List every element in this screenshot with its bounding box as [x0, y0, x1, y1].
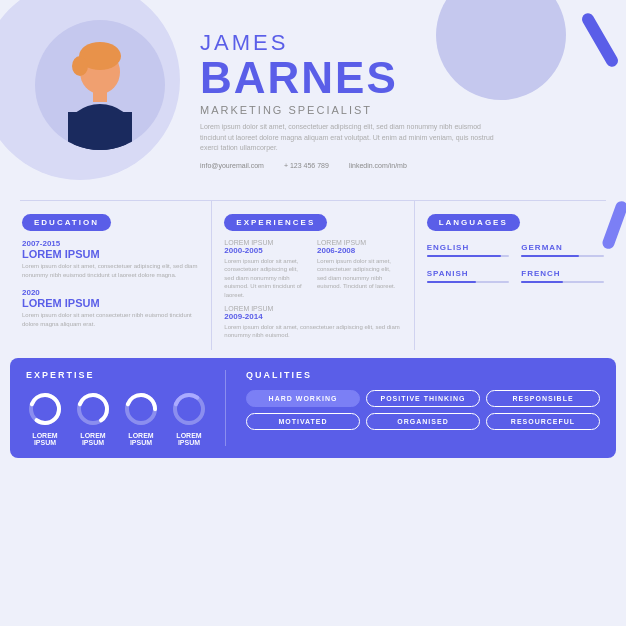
lang-french: FRENCH: [521, 269, 604, 283]
exp-item-2: LOREM IPSUM 2006-2008 Lorem ipsum dolor …: [317, 239, 402, 299]
donut-3: LOREMIPSUM: [122, 390, 160, 446]
header-info: JAMES BARNES MARKETING SPECIALIST Lorem …: [180, 20, 596, 169]
exp-desc-1: Lorem ipsum dolor sit amet, consectetuer…: [224, 257, 309, 299]
expertise-header: EXPERTISE: [26, 370, 209, 380]
job-title: MARKETING SPECIALIST: [200, 104, 596, 116]
donut-1: LOREMIPSUM: [26, 390, 64, 446]
lang-name-english: ENGLISH: [427, 243, 510, 252]
email[interactable]: info@youremail.com: [200, 162, 264, 169]
donut-svg-1: [26, 390, 64, 428]
exp-desc-3: Lorem ipsum dolor sit amet, consectetuer…: [224, 323, 401, 340]
edu-desc-1: Lorem ipsum dolor sit amet, consectetuer…: [22, 262, 199, 280]
resume-page: JAMES BARNES MARKETING SPECIALIST Lorem …: [0, 0, 626, 626]
svg-rect-3: [93, 90, 107, 102]
avatar-svg: [50, 40, 150, 150]
lang-grid: ENGLISH GERMAN SPANISH: [427, 243, 604, 283]
lang-name-french: FRENCH: [521, 269, 604, 278]
donut-4: LOREMIPSUM: [170, 390, 208, 446]
quality-positive-thinking: POSITIVE THINKING: [366, 390, 480, 407]
quality-organised: ORGANISED: [366, 413, 480, 430]
exp-desc-2: Lorem ipsum dolor sit amet, consectetuer…: [317, 257, 402, 291]
quality-resourceful: RESOURCEFUL: [486, 413, 600, 430]
edu-item-1: 2007-2015 LOREM IPSUM Lorem ipsum dolor …: [22, 239, 199, 280]
exp-row-1: LOREM IPSUM 2000-2005 Lorem ipsum dolor …: [224, 239, 401, 299]
last-name: BARNES: [200, 56, 596, 100]
donut-row: LOREMIPSUM LOREMIPSUM LOREMI: [26, 390, 209, 446]
exp-item-3: LOREM IPSUM 2009-2014 Lorem ipsum dolor …: [224, 305, 401, 340]
lang-spanish: SPANISH: [427, 269, 510, 283]
edu-title-2: LOREM IPSUM: [22, 297, 199, 309]
middle-section: EDUCATION 2007-2015 LOREM IPSUM Lorem ip…: [0, 201, 626, 350]
donut-label-1: LOREMIPSUM: [32, 432, 57, 446]
exp-item-1: LOREM IPSUM 2000-2005 Lorem ipsum dolor …: [224, 239, 309, 299]
exp-period-1: 2000-2005: [224, 246, 309, 255]
edu-year-2: 2020: [22, 288, 199, 297]
donut-svg-2: [74, 390, 112, 428]
svg-point-7: [31, 395, 59, 423]
edu-desc-2: Lorem ipsum dolor sit amet consectetuer …: [22, 311, 199, 329]
expertise-col: EXPERTISE LOREMIPSUM LOREMIPSU: [26, 370, 226, 446]
donut-svg-4: [170, 390, 208, 428]
phone: + 123 456 789: [284, 162, 329, 169]
contact-row: info@youremail.com + 123 456 789 linkedi…: [200, 162, 596, 169]
qualities-col: QUALITIES HARD WORKING POSITIVE THINKING…: [246, 370, 600, 446]
languages-col: LANGUAGES ENGLISH GERMAN SPANISH: [415, 201, 616, 350]
donut-label-2: LOREMIPSUM: [80, 432, 105, 446]
quality-responsible: RESPONSIBLE: [486, 390, 600, 407]
lang-name-spanish: SPANISH: [427, 269, 510, 278]
svg-rect-5: [68, 112, 132, 150]
svg-point-2: [72, 56, 88, 76]
exp-period-3: 2009-2014: [224, 312, 401, 321]
donut-label-4: LOREMIPSUM: [176, 432, 201, 446]
bottom-section: EXPERTISE LOREMIPSUM LOREMIPSU: [10, 358, 616, 458]
edu-title-1: LOREM IPSUM: [22, 248, 199, 260]
quality-motivated: MOTIVATED: [246, 413, 360, 430]
exp-label-1: LOREM IPSUM: [224, 239, 309, 246]
donut-label-3: LOREMIPSUM: [128, 432, 153, 446]
exp-label-3: LOREM IPSUM: [224, 305, 401, 312]
donut-svg-3: [122, 390, 160, 428]
experiences-header: EXPERIENCES: [224, 214, 327, 231]
qualities-header: QUALITIES: [246, 370, 600, 380]
donut-2: LOREMIPSUM: [74, 390, 112, 446]
lang-german: GERMAN: [521, 243, 604, 257]
edu-item-2: 2020 LOREM IPSUM Lorem ipsum dolor sit a…: [22, 288, 199, 329]
experiences-col: EXPERIENCES LOREM IPSUM 2000-2005 Lorem …: [212, 201, 414, 350]
bio-text: Lorem ipsum dolor sit amet, consectetuer…: [200, 122, 500, 154]
exp-label-2: LOREM IPSUM: [317, 239, 402, 246]
lang-bar-spanish: [427, 281, 510, 283]
header-section: JAMES BARNES MARKETING SPECIALIST Lorem …: [0, 0, 626, 200]
qualities-grid: HARD WORKING POSITIVE THINKING RESPONSIB…: [246, 390, 600, 430]
lang-bar-german: [521, 255, 604, 257]
quality-hard-working: HARD WORKING: [246, 390, 360, 407]
education-header: EDUCATION: [22, 214, 111, 231]
lang-bar-english: [427, 255, 510, 257]
languages-header: LANGUAGES: [427, 214, 520, 231]
avatar: [35, 20, 165, 150]
exp-period-2: 2006-2008: [317, 246, 402, 255]
lang-bar-french: [521, 281, 604, 283]
edu-year-1: 2007-2015: [22, 239, 199, 248]
education-col: EDUCATION 2007-2015 LOREM IPSUM Lorem ip…: [10, 201, 212, 350]
lang-name-german: GERMAN: [521, 243, 604, 252]
lang-english: ENGLISH: [427, 243, 510, 257]
avatar-container: [20, 20, 180, 150]
linkedin[interactable]: linkedin.com/in/mb: [349, 162, 407, 169]
